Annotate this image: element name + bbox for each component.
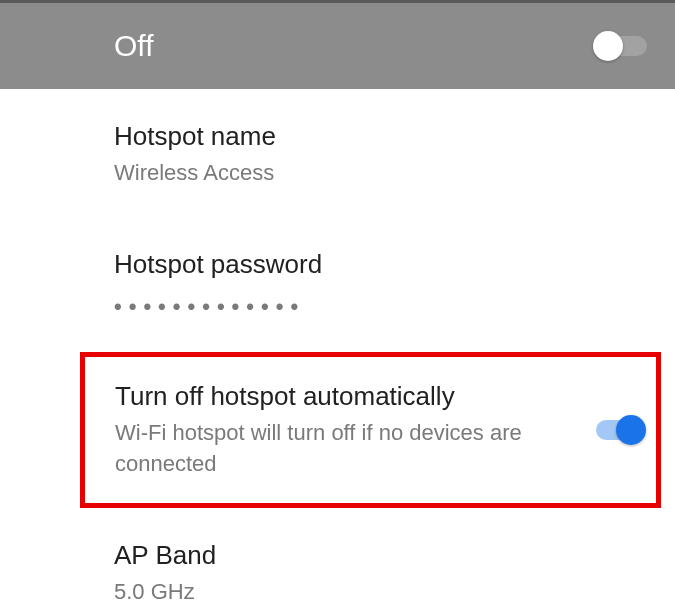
hotspot-name-title: Hotspot name: [114, 121, 276, 152]
auto-off-description: Wi-Fi hotspot will turn off if no device…: [115, 418, 535, 480]
auto-off-row[interactable]: Turn off hotspot automatically Wi-Fi hot…: [115, 357, 642, 504]
ap-band-row[interactable]: AP Band 5.0 GHz: [114, 508, 647, 615]
hotspot-password-title: Hotspot password: [114, 249, 322, 280]
ap-band-value: 5.0 GHz: [114, 577, 216, 608]
settings-list: Hotspot name Wireless Access Hotspot pas…: [0, 89, 675, 348]
hotspot-name-text: Hotspot name Wireless Access: [114, 121, 276, 189]
ap-band-text: AP Band 5.0 GHz: [114, 540, 216, 608]
hotspot-master-toggle[interactable]: [597, 36, 647, 56]
settings-list-continued: AP Band 5.0 GHz: [0, 508, 675, 615]
hotspot-status-label: Off: [114, 29, 153, 63]
hotspot-password-text: Hotspot password •••••••••••••: [114, 249, 322, 320]
hotspot-master-toggle-row[interactable]: Off: [0, 3, 675, 89]
auto-off-title: Turn off hotspot automatically: [115, 381, 535, 412]
hotspot-name-value: Wireless Access: [114, 158, 276, 189]
ap-band-title: AP Band: [114, 540, 216, 571]
highlighted-setting-box: Turn off hotspot automatically Wi-Fi hot…: [80, 352, 661, 509]
auto-off-text: Turn off hotspot automatically Wi-Fi hot…: [115, 381, 535, 480]
toggle-knob: [593, 31, 623, 61]
hotspot-password-row[interactable]: Hotspot password •••••••••••••: [114, 217, 647, 348]
hotspot-name-row[interactable]: Hotspot name Wireless Access: [114, 89, 647, 217]
toggle-knob: [616, 415, 646, 445]
auto-off-toggle[interactable]: [596, 420, 642, 440]
hotspot-password-masked: •••••••••••••: [114, 294, 322, 320]
